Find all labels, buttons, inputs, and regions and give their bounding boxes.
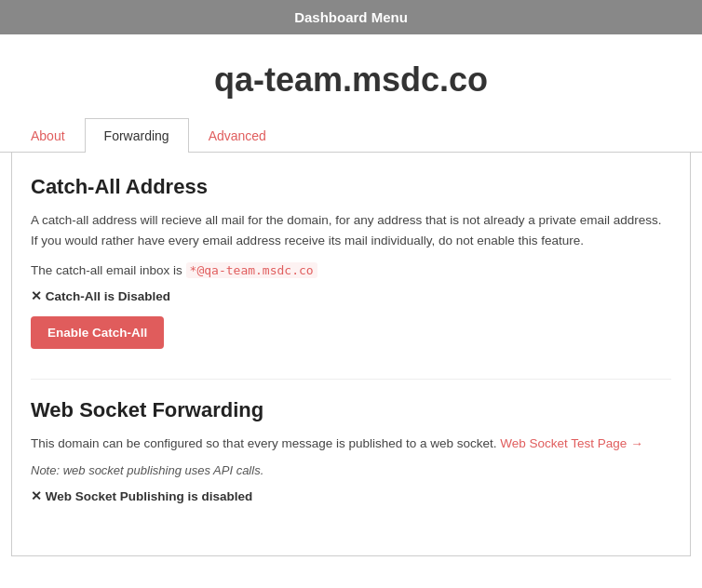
top-bar-label: Dashboard Menu (294, 9, 408, 25)
catch-all-section: Catch-All Address A catch-all address wi… (31, 175, 671, 349)
catch-all-description: A catch-all address will recieve all mai… (31, 210, 671, 250)
top-bar: Dashboard Menu (0, 0, 702, 34)
catch-all-inbox-address: *@qa-team.msdc.co (186, 262, 317, 278)
catch-all-title: Catch-All Address (31, 175, 671, 199)
content-area: Catch-All Address A catch-all address wi… (11, 153, 691, 556)
tab-advanced[interactable]: Advanced (189, 118, 286, 153)
web-socket-note: Note: web socket publishing uses API cal… (31, 463, 671, 477)
tab-forwarding[interactable]: Forwarding (85, 118, 189, 153)
web-socket-status: ✕ Web Socket Publishing is disabled (31, 488, 671, 503)
catch-all-status: ✕ Catch-All is Disabled (31, 288, 671, 303)
enable-catch-all-button[interactable]: Enable Catch-All (31, 316, 164, 349)
page-title: qa-team.msdc.co (0, 34, 702, 118)
web-socket-description: This domain can be configured so that ev… (31, 434, 671, 454)
catch-all-inbox-line: The catch-all email inbox is *@qa-team.m… (31, 263, 671, 277)
web-socket-test-link[interactable]: Web Socket Test Page → (500, 436, 642, 450)
catch-all-inbox-prefix: The catch-all email inbox is (31, 263, 182, 277)
section-divider (31, 379, 671, 380)
tabs: About Forwarding Advanced (0, 118, 702, 153)
web-socket-section: Web Socket Forwarding This domain can be… (31, 398, 671, 503)
tab-about[interactable]: About (11, 118, 85, 153)
web-socket-title: Web Socket Forwarding (31, 398, 671, 422)
web-socket-desc-text: This domain can be configured so that ev… (31, 436, 497, 450)
